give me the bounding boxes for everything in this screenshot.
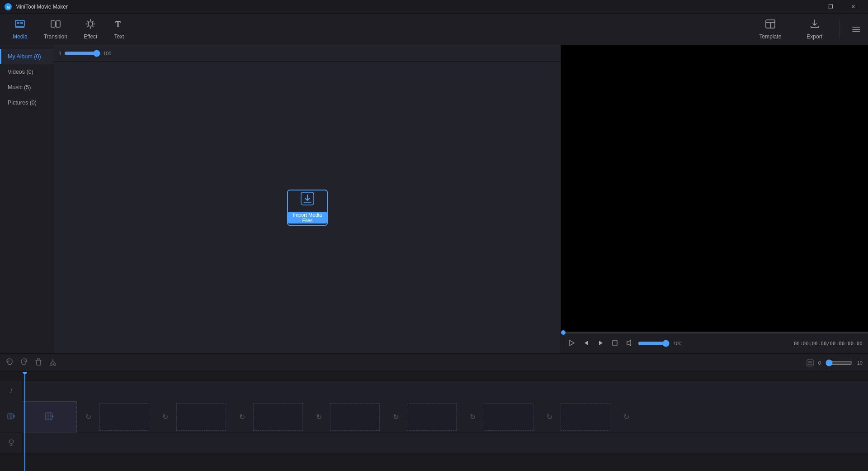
- preview-progress-bar[interactable]: [561, 332, 868, 333]
- timeline-zoom-slider[interactable]: [826, 359, 853, 366]
- transition-1[interactable]: ↻: [77, 401, 99, 433]
- media-label: Media: [13, 33, 28, 40]
- svg-marker-18: [570, 340, 574, 346]
- sidebar-item-videos[interactable]: Videos (0): [0, 64, 54, 80]
- transition-6[interactable]: ↻: [461, 401, 484, 433]
- preview-controls: 100 00:00:00.00/00:00:00.00: [561, 333, 868, 353]
- video-clip-slot-6: [407, 403, 457, 431]
- window-controls: ─ ❐ ✕: [797, 0, 863, 14]
- video-track-icon: [7, 412, 15, 422]
- text-label: Text: [114, 33, 124, 40]
- mute-button[interactable]: [623, 338, 634, 350]
- svg-marker-19: [585, 341, 588, 345]
- close-button[interactable]: ✕: [843, 0, 863, 14]
- video-clip-slot-5: [330, 403, 380, 431]
- toolbar-template[interactable]: Template: [751, 15, 790, 43]
- svg-marker-37: [52, 415, 54, 418]
- app-logo: M: [5, 3, 12, 10]
- preview-progress-dot: [561, 330, 566, 335]
- sidebar-item-music[interactable]: Music (5): [0, 80, 54, 95]
- title-bar: M MiniTool Movie Maker ─ ❐ ✕: [0, 0, 868, 14]
- media-panel: 1 100 Import Media Files: [54, 45, 561, 353]
- delete-button[interactable]: [34, 358, 42, 368]
- text-track-icon: T: [9, 387, 13, 395]
- timeline-area: 0 10 T: [0, 353, 868, 471]
- toolbar-export[interactable]: Export: [798, 15, 830, 43]
- transition-7-icon: ↻: [547, 413, 552, 421]
- import-media-button[interactable]: Import Media Files: [287, 190, 328, 226]
- time-display: 00:00:00.00/00:00:00.00: [794, 341, 863, 347]
- media-toolbar: 1 100: [54, 45, 561, 62]
- transition-4[interactable]: ↻: [307, 401, 330, 433]
- preview-panel: 100 00:00:00.00/00:00:00.00: [561, 45, 868, 353]
- media-icon: [14, 19, 25, 32]
- svg-marker-29: [14, 415, 15, 418]
- video-clip-1[interactable]: [23, 401, 77, 433]
- template-icon: [765, 19, 776, 32]
- toolbar-effect[interactable]: Effect: [75, 15, 105, 43]
- cut-button[interactable]: [49, 358, 57, 368]
- redo-button[interactable]: [20, 358, 28, 368]
- video-clip-slot-4: [253, 403, 303, 431]
- text-track: T: [0, 381, 868, 401]
- sidebar: My Album (0) Videos (0) Music (5) Pictur…: [0, 45, 54, 353]
- main-toolbar: Media Transition Effect: [0, 14, 868, 45]
- transition-2[interactable]: ↻: [154, 401, 176, 433]
- timeline-tracks: T: [0, 372, 868, 471]
- transition-7[interactable]: ↻: [538, 401, 561, 433]
- video-clip-slot-3: [176, 403, 226, 431]
- svg-text:T: T: [115, 20, 121, 29]
- import-label[interactable]: Import Media Files: [288, 212, 327, 224]
- undo-button[interactable]: [5, 358, 14, 368]
- svg-point-22: [50, 363, 52, 365]
- next-frame-button[interactable]: [595, 338, 606, 350]
- transition-6-icon: ↻: [470, 413, 476, 421]
- timeline-ruler: [23, 372, 868, 381]
- transition-8-icon: ↻: [623, 413, 629, 421]
- restore-button[interactable]: ❐: [820, 0, 841, 14]
- export-icon: [809, 19, 820, 32]
- main-layout: My Album (0) Videos (0) Music (5) Pictur…: [0, 45, 868, 353]
- transition-5[interactable]: ↻: [384, 401, 407, 433]
- text-icon: T: [113, 19, 124, 32]
- svg-marker-20: [599, 341, 603, 345]
- text-track-content[interactable]: [23, 381, 868, 401]
- volume-slider[interactable]: [638, 340, 670, 347]
- title-bar-left: M MiniTool Movie Maker: [5, 3, 68, 10]
- transition-8[interactable]: ↻: [615, 401, 637, 433]
- svg-rect-7: [56, 21, 60, 27]
- timeline-toolbar: 0 10: [0, 354, 868, 372]
- transition-label: Transition: [44, 33, 67, 40]
- toolbar-text[interactable]: T Text: [105, 15, 132, 43]
- hamburger-menu[interactable]: [849, 22, 863, 37]
- tl-zoom-max: 10: [857, 360, 863, 366]
- volume-value: 100: [673, 341, 681, 346]
- play-button[interactable]: [566, 338, 577, 350]
- zoom-max-label: 100: [103, 51, 111, 56]
- media-content: Import Media Files: [54, 62, 561, 353]
- video-clip-slot-2: [99, 403, 149, 431]
- text-track-label: T: [0, 381, 23, 401]
- toolbar-left: Media Transition Effect: [5, 15, 751, 43]
- svg-text:M: M: [7, 5, 10, 9]
- audio-track-content[interactable]: [23, 433, 868, 453]
- audio-track-icon: [8, 439, 15, 447]
- prev-frame-button[interactable]: [581, 338, 592, 350]
- transition-2-icon: ↻: [162, 413, 168, 421]
- toolbar-transition[interactable]: Transition: [36, 15, 75, 43]
- transition-5-icon: ↻: [393, 413, 399, 421]
- tl-zoom-min: 0: [818, 360, 821, 366]
- video-track-label: [0, 401, 23, 433]
- playhead[interactable]: [24, 372, 25, 471]
- audio-track: [0, 433, 868, 453]
- audio-track-label: [0, 433, 23, 453]
- preview-video: [561, 45, 868, 332]
- minimize-button[interactable]: ─: [797, 0, 818, 14]
- sidebar-item-pictures[interactable]: Pictures (0): [0, 95, 54, 110]
- transition-3[interactable]: ↻: [231, 401, 253, 433]
- sidebar-item-my-album[interactable]: My Album (0): [0, 49, 54, 64]
- stop-button[interactable]: [610, 338, 620, 349]
- toolbar-right: Template Export: [751, 15, 863, 43]
- zoom-slider[interactable]: [64, 50, 100, 57]
- toolbar-media[interactable]: Media: [5, 15, 36, 43]
